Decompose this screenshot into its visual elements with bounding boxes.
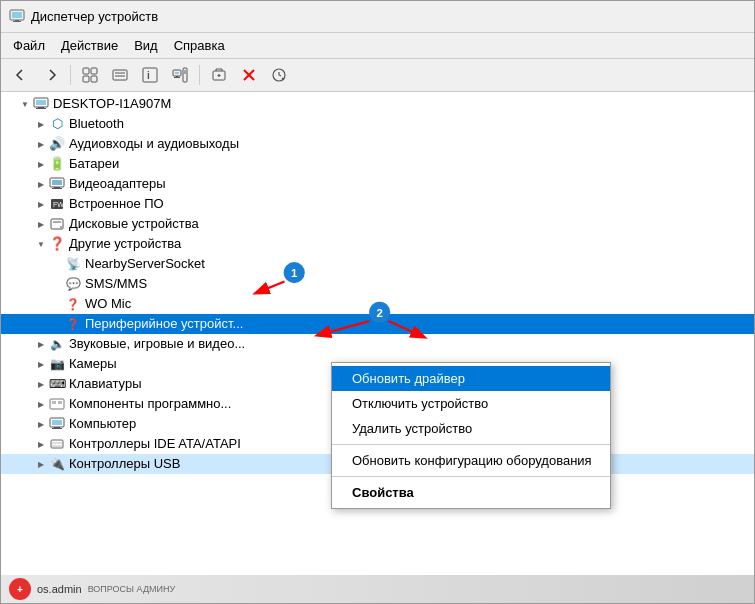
svg-rect-3	[13, 21, 21, 22]
tree-item-firmware-label: Встроенное ПО	[69, 194, 754, 214]
chevron-right-icon[interactable]	[33, 396, 49, 412]
svg-rect-42	[52, 428, 62, 429]
ideata-icon	[49, 436, 65, 452]
tree-item-root-label: DESKTOP-I1A907M	[53, 94, 754, 114]
title-bar-text: Диспетчер устройств	[31, 9, 158, 24]
chevron-right-icon[interactable]	[33, 156, 49, 172]
chevron-right-icon[interactable]	[33, 116, 49, 132]
chevron-right-icon[interactable]	[33, 176, 49, 192]
chevron-right-icon[interactable]	[33, 376, 49, 392]
tree-item-audio[interactable]: 🔊 Аудиовходы и аудиовыходы	[1, 134, 754, 154]
tree-item-disk-label: Дисковые устройства	[69, 214, 754, 234]
battery-icon: 🔋	[49, 156, 65, 172]
spacer	[49, 296, 65, 312]
womic-icon: ❓	[65, 296, 81, 312]
tree-item-firmware[interactable]: FW Встроенное ПО	[1, 194, 754, 214]
tree-item-sms-label: SMS/MMS	[85, 274, 754, 294]
keyboard-icon: ⌨	[49, 376, 65, 392]
menu-view[interactable]: Вид	[126, 35, 166, 56]
toolbar-btn-1[interactable]	[76, 62, 104, 88]
tree-item-disk[interactable]: Дисковые устройства	[1, 214, 754, 234]
svg-rect-28	[52, 180, 62, 185]
svg-rect-24	[36, 100, 46, 105]
menu-help[interactable]: Справка	[166, 35, 233, 56]
chevron-right-icon[interactable]	[33, 456, 49, 472]
sms-icon: 💬	[65, 276, 81, 292]
disk-icon	[49, 216, 65, 232]
title-bar-icon	[9, 7, 25, 26]
toolbar-btn-update[interactable]	[265, 62, 293, 88]
tree-item-display[interactable]: Видеоадаптеры	[1, 174, 754, 194]
ctx-properties[interactable]: Свойства	[332, 480, 610, 505]
svg-rect-7	[91, 76, 97, 82]
context-menu: Обновить драйвер Отключить устройство Уд…	[331, 362, 611, 509]
tree-item-womic-label: WO Mic	[85, 294, 754, 314]
svg-rect-14	[175, 72, 179, 74]
chevron-right-icon[interactable]	[33, 416, 49, 432]
chevron-down-icon[interactable]	[33, 236, 49, 252]
chevron-right-icon[interactable]	[33, 336, 49, 352]
ctx-scan-hardware[interactable]: Обновить конфигурацию оборудования	[332, 448, 610, 473]
tree-item-sound[interactable]: 🔈 Звуковые, игровые и видео...	[1, 334, 754, 354]
tree-view[interactable]: DESKTOP-I1A907M ⬡ Bluetooth 🔊 Аудиовходы…	[1, 92, 754, 603]
tree-item-root[interactable]: DESKTOP-I1A907M	[1, 94, 754, 114]
display-icon	[49, 176, 65, 192]
chevron-down-icon[interactable]	[17, 96, 33, 112]
chevron-right-icon[interactable]	[33, 216, 49, 232]
svg-rect-26	[36, 108, 46, 109]
toolbar: i	[1, 59, 754, 92]
menu-bar: Файл Действие Вид Справка	[1, 33, 754, 59]
toolbar-btn-delete[interactable]	[235, 62, 263, 88]
tree-item-periph-label: Периферийное устройст...	[85, 314, 754, 334]
toolbar-btn-properties[interactable]: i	[136, 62, 164, 88]
ctx-disable-device[interactable]: Отключить устройство	[332, 391, 610, 416]
tree-item-other[interactable]: ❓ Другие устройства	[1, 234, 754, 254]
chevron-right-icon[interactable]	[33, 136, 49, 152]
watermark-logo: +	[9, 578, 31, 600]
tree-item-bluetooth[interactable]: ⬡ Bluetooth	[1, 114, 754, 134]
watermark-subtext: ВОПРОСЫ АДМИНУ	[88, 584, 176, 594]
computer-icon	[33, 96, 49, 112]
nearby-icon: 📡	[65, 256, 81, 272]
toolbar-btn-2[interactable]	[106, 62, 134, 88]
toolbar-separator-2	[199, 65, 200, 85]
spacer	[49, 316, 65, 332]
ctx-uninstall-device[interactable]: Удалить устройство	[332, 416, 610, 441]
watermark: + os.admin ВОПРОСЫ АДМИНУ	[1, 575, 754, 603]
svg-rect-38	[58, 401, 62, 404]
audio-icon: 🔊	[49, 136, 65, 152]
svg-rect-43	[51, 440, 63, 448]
forward-button[interactable]	[37, 62, 65, 88]
tree-item-nearby-label: NearbyServerSocket	[85, 254, 754, 274]
periph-icon: ❓	[65, 316, 81, 332]
toolbar-btn-5[interactable]	[166, 62, 194, 88]
chevron-right-icon[interactable]	[33, 356, 49, 372]
svg-text:FW: FW	[53, 201, 64, 208]
device-manager-window: Диспетчер устройств Файл Действие Вид Сп…	[0, 0, 755, 604]
svg-rect-34	[53, 221, 61, 223]
tree-item-nearby[interactable]: 📡 NearbyServerSocket	[1, 254, 754, 274]
svg-rect-30	[52, 188, 62, 189]
chevron-right-icon[interactable]	[33, 436, 49, 452]
usb-icon: 🔌	[49, 456, 65, 472]
watermark-text: os.admin	[37, 583, 82, 595]
back-button[interactable]	[7, 62, 35, 88]
tree-item-audio-label: Аудиовходы и аудиовыходы	[69, 134, 754, 154]
menu-file[interactable]: Файл	[5, 35, 53, 56]
title-bar: Диспетчер устройств	[1, 1, 754, 33]
chevron-right-icon[interactable]	[33, 196, 49, 212]
tree-item-womic[interactable]: ❓ WO Mic	[1, 294, 754, 314]
svg-rect-8	[113, 70, 127, 80]
spacer	[49, 256, 65, 272]
toolbar-separator-1	[70, 65, 71, 85]
tree-item-sound-label: Звуковые, игровые и видео...	[69, 334, 754, 354]
tree-item-sms[interactable]: 💬 SMS/MMS	[1, 274, 754, 294]
tree-item-periph[interactable]: ❓ Периферийное устройст...	[1, 314, 754, 334]
camera-icon: 📷	[49, 356, 65, 372]
spacer	[49, 276, 65, 292]
menu-action[interactable]: Действие	[53, 35, 126, 56]
ctx-update-driver[interactable]: Обновить драйвер	[332, 366, 610, 391]
toolbar-btn-scan[interactable]	[205, 62, 233, 88]
tree-item-battery[interactable]: 🔋 Батареи	[1, 154, 754, 174]
ctx-separator-2	[332, 476, 610, 477]
